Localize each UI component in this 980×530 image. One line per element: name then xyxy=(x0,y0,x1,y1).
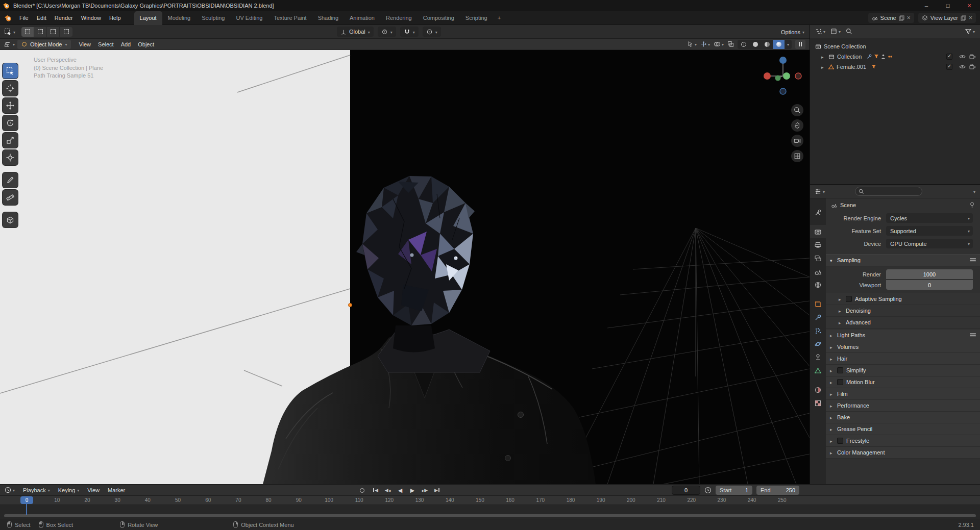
panel-row[interactable]: Color Management xyxy=(826,447,980,459)
end-frame-field[interactable]: End250 xyxy=(756,486,799,495)
panel-row[interactable]: Grease Pencil xyxy=(826,423,980,435)
gizmos-dropdown[interactable] xyxy=(700,41,710,47)
timeline-menu-item[interactable]: Marker xyxy=(104,485,129,496)
panel-checkbox[interactable] xyxy=(837,379,843,385)
viewport-canvas[interactable]: User Perspective (0) Scene Collection | … xyxy=(0,50,810,484)
viewport-menu-item[interactable]: Select xyxy=(94,39,117,50)
properties-editor-type[interactable] xyxy=(815,188,825,195)
sampling-menu-icon[interactable] xyxy=(970,258,976,263)
props-tab-texture[interactable] xyxy=(810,396,826,410)
viewport-menu-item[interactable]: Object xyxy=(134,39,158,50)
workspace-tab[interactable]: UV Editing xyxy=(230,11,268,25)
properties-options-dropdown[interactable] xyxy=(973,189,975,194)
workspace-tab[interactable]: Sculpting xyxy=(196,11,230,25)
next-keyframe-button[interactable] xyxy=(420,486,430,495)
panel-row[interactable]: Simplify xyxy=(826,365,980,376)
zoom-button[interactable] xyxy=(791,104,803,116)
timeline-ruler[interactable]: 0102030405060708090100110120130140150160… xyxy=(0,496,980,505)
navigation-gizmo[interactable] xyxy=(763,56,803,96)
timeline-editor-type[interactable] xyxy=(5,487,15,493)
workspace-tab[interactable]: Layout xyxy=(134,11,162,25)
pivot-point-dropdown[interactable] xyxy=(378,27,396,37)
pin-icon[interactable] xyxy=(969,202,975,208)
select-mode-subtract[interactable] xyxy=(47,27,60,37)
timeline-scrollbar[interactable] xyxy=(4,514,976,517)
timeline-menu-item[interactable]: Playback xyxy=(19,485,54,496)
sampling-render-field[interactable]: 1000 xyxy=(886,269,973,279)
workspace-tab[interactable]: Texture Paint xyxy=(268,11,312,25)
panel-checkbox[interactable] xyxy=(837,367,843,373)
prev-keyframe-button[interactable] xyxy=(383,486,393,495)
props-tab-particles[interactable] xyxy=(810,324,826,337)
maximize-button[interactable] xyxy=(937,0,959,11)
props-tab-view-layer[interactable] xyxy=(810,251,826,265)
render-engine-dropdown[interactable]: Cycles xyxy=(886,213,973,223)
panel-checkbox[interactable] xyxy=(837,438,843,444)
shading-rendered-button[interactable] xyxy=(773,40,785,49)
new-scene-icon[interactable] xyxy=(899,15,904,21)
minimize-button[interactable] xyxy=(916,0,937,11)
workspace-tab[interactable]: Rendering xyxy=(380,11,418,25)
subpanel-row[interactable]: Denoising xyxy=(826,305,980,317)
subpanel-checkbox[interactable] xyxy=(846,296,852,302)
panel-row[interactable]: Freestyle xyxy=(826,435,980,447)
shading-options-dropdown[interactable] xyxy=(785,41,792,47)
workspace-tab[interactable]: Modeling xyxy=(162,11,197,25)
outliner-filter-dropdown[interactable] xyxy=(965,29,975,35)
transform-tool[interactable] xyxy=(3,150,18,165)
jump-to-end-button[interactable] xyxy=(432,486,442,495)
outliner-row-female-001[interactable]: Female.001 xyxy=(810,62,980,72)
viewport-menu-item[interactable]: Add xyxy=(117,39,135,50)
expand-arrow-icon[interactable] xyxy=(821,54,828,60)
chevron-down-icon[interactable] xyxy=(435,29,437,35)
new-view-layer-icon[interactable] xyxy=(961,15,966,21)
timeline-menu-item[interactable]: Keying xyxy=(54,485,84,496)
render-pause-button[interactable] xyxy=(795,40,805,49)
props-tab-world[interactable] xyxy=(810,278,826,291)
blender-menu-icon[interactable] xyxy=(0,14,15,22)
panel-menu-icon[interactable] xyxy=(970,333,976,338)
menu-item[interactable]: Help xyxy=(105,11,125,24)
menu-item[interactable]: File xyxy=(15,11,33,24)
mode-dropdown[interactable]: Object Mode xyxy=(17,40,71,49)
timeline-menu-item[interactable]: View xyxy=(83,485,104,496)
panel-row[interactable]: Hair xyxy=(826,353,980,365)
annotate-tool[interactable] xyxy=(3,172,18,188)
panel-row[interactable]: Volumes xyxy=(826,341,980,353)
shading-material-button[interactable] xyxy=(761,40,773,49)
editor-type-selector[interactable] xyxy=(0,41,15,48)
unlink-scene-icon[interactable] xyxy=(907,14,911,21)
subpanel-row[interactable]: Adaptive Sampling xyxy=(826,293,980,305)
select-mode-extend[interactable] xyxy=(34,27,47,37)
add-cube-tool[interactable] xyxy=(3,212,18,228)
menu-item[interactable]: Edit xyxy=(33,11,51,24)
playhead-tag[interactable]: 0 xyxy=(20,496,33,504)
sampling-panel-header[interactable]: Sampling xyxy=(826,254,980,266)
playhead-line[interactable] xyxy=(26,503,27,515)
hide-eye-icon[interactable] xyxy=(959,64,966,69)
outliner-editor-type[interactable] xyxy=(815,28,825,35)
outliner-row-collection[interactable]: Collection xyxy=(810,52,980,62)
panel-row[interactable]: Bake xyxy=(826,412,980,423)
xray-toggle[interactable] xyxy=(727,41,734,47)
view-layer-selector[interactable]: View Layer xyxy=(918,13,976,23)
properties-search-field[interactable] xyxy=(855,187,922,196)
rotate-tool[interactable] xyxy=(3,115,18,131)
shading-wireframe-button[interactable] xyxy=(738,40,749,49)
props-tab-scene[interactable] xyxy=(810,265,826,278)
current-frame-field[interactable]: 0 xyxy=(672,486,700,495)
orientation-dropdown[interactable]: Global xyxy=(337,27,374,37)
outliner-row-scene-collection[interactable]: Scene Collection xyxy=(810,41,980,52)
panel-row[interactable]: Motion Blur xyxy=(826,376,980,388)
play-reverse-button[interactable] xyxy=(395,486,405,495)
props-tab-object[interactable] xyxy=(810,297,826,311)
properties-search-input[interactable] xyxy=(866,188,917,194)
props-tab-object-data[interactable] xyxy=(810,364,826,377)
disable-render-camera-icon[interactable] xyxy=(969,54,976,59)
select-mode-invert[interactable] xyxy=(60,27,72,37)
props-tab-physics[interactable] xyxy=(810,337,826,350)
device-dropdown[interactable]: GPU Compute xyxy=(886,239,973,248)
outliner-display-mode[interactable] xyxy=(830,28,841,35)
toggle-ortho-button[interactable] xyxy=(791,150,803,162)
hide-eye-icon[interactable] xyxy=(959,54,966,59)
